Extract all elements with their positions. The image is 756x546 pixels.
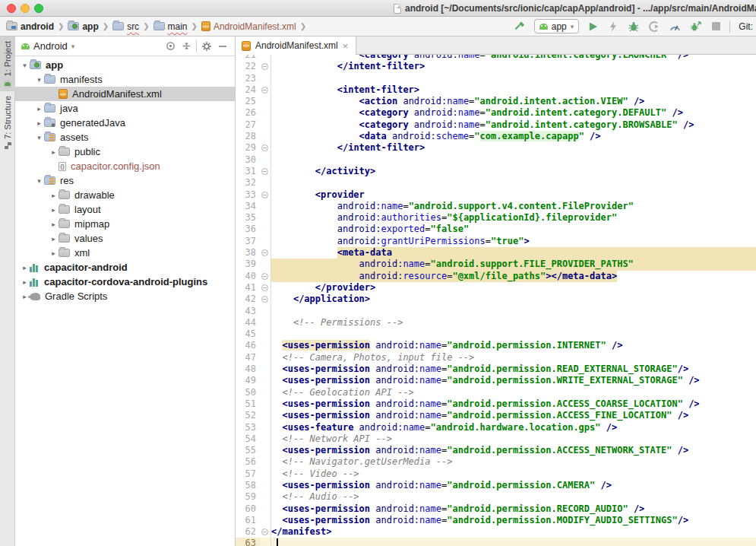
- code-line[interactable]: 61 <uses-permission android:name="androi…: [236, 515, 756, 526]
- code-line[interactable]: 41– </provider>: [236, 282, 756, 294]
- code-text[interactable]: <!-- Network API -->: [271, 433, 756, 445]
- code-line[interactable]: 53 <uses-feature android:name="android.h…: [236, 422, 756, 433]
- breadcrumb-item-app[interactable]: app: [66, 21, 100, 33]
- code-line[interactable]: 49 <uses-permission android:name="androi…: [236, 375, 756, 386]
- code-line[interactable]: 59 <!-- Audio -->: [236, 491, 756, 503]
- code-line[interactable]: 40– android:resource="@xml/file_paths"><…: [236, 271, 756, 282]
- code-line[interactable]: 33– <provider: [236, 189, 756, 201]
- code-line[interactable]: 44 <!-- Permissions -->: [236, 317, 756, 329]
- code-text[interactable]: <uses-permission android:name="android.p…: [271, 363, 756, 375]
- tree-item-values[interactable]: ▸values: [15, 231, 235, 246]
- tree-item-androidmanifest-xml[interactable]: AndroidManifest.xml: [15, 87, 235, 101]
- breadcrumb-item-main[interactable]: main: [152, 21, 189, 33]
- code-line[interactable]: 60 <uses-permission android:name="androi…: [236, 503, 756, 515]
- code-line[interactable]: 52 <uses-permission android:name="androi…: [236, 410, 756, 421]
- tree-item-res[interactable]: ▾res: [15, 173, 235, 188]
- tree-item-mipmap[interactable]: ▸mipmap: [15, 217, 235, 231]
- tree-expand-arrow-icon[interactable]: ▸: [34, 119, 44, 127]
- fold-marker-icon[interactable]: –: [261, 168, 268, 175]
- code-text[interactable]: android:authorities="${applicationId}.fi…: [271, 212, 756, 224]
- code-text[interactable]: <uses-permission android:name="android.p…: [271, 480, 756, 491]
- tree-expand-arrow-icon[interactable]: ▾: [34, 76, 44, 84]
- code-line[interactable]: 35 android:authorities="${applicationId}…: [236, 212, 756, 224]
- code-text[interactable]: [271, 154, 756, 166]
- code-line[interactable]: 26 <category android:name="android.inten…: [236, 107, 756, 119]
- code-line[interactable]: 32: [236, 177, 756, 189]
- code-text[interactable]: </manifest>: [271, 526, 756, 538]
- close-window-button[interactable]: [7, 4, 16, 13]
- code-text[interactable]: <uses-permission android:name="android.p…: [271, 503, 756, 515]
- code-text[interactable]: </activity>: [271, 166, 756, 177]
- code-text[interactable]: [271, 73, 756, 84]
- fold-marker-icon[interactable]: –: [261, 296, 268, 303]
- code-text[interactable]: <!-- Navigator.getUserMedia -->: [271, 456, 756, 468]
- chevron-down-icon[interactable]: ▾: [71, 43, 75, 50]
- tree-item-manifests[interactable]: ▾manifests: [15, 72, 235, 87]
- tree-item-public[interactable]: ▸public: [15, 144, 235, 159]
- code-line[interactable]: 50 <!-- Geolocation API -->: [236, 387, 756, 398]
- tool-window-button-7-structure[interactable]: 7: Structure: [0, 91, 15, 152]
- code-text[interactable]: <data android:scheme="com.example.capapp…: [271, 131, 756, 142]
- tree-expand-arrow-icon[interactable]: ▸: [49, 192, 59, 199]
- code-line[interactable]: 57 <!-- Video -->: [236, 468, 756, 480]
- code-line[interactable]: 55 <uses-permission android:name="androi…: [236, 445, 756, 456]
- code-line[interactable]: 58 <uses-permission android:name="androi…: [236, 480, 756, 491]
- code-text[interactable]: <intent-filter>: [271, 84, 756, 96]
- code-line[interactable]: 63: [236, 538, 756, 546]
- run-with-coverage-button[interactable]: [647, 20, 661, 33]
- tool-window-button-1-project[interactable]: 1: Project: [0, 37, 15, 91]
- tree-item-generatedjava[interactable]: ▸generatedJava: [15, 116, 235, 130]
- minimize-window-button[interactable]: [21, 4, 30, 13]
- code-text[interactable]: [271, 306, 756, 317]
- tree-expand-arrow-icon[interactable]: ▸: [20, 264, 30, 271]
- code-text[interactable]: <category android:name="android.intent.c…: [271, 119, 756, 131]
- tree-expand-arrow-icon[interactable]: ▸: [49, 249, 59, 257]
- tree-item-layout[interactable]: ▸layout: [15, 202, 235, 217]
- code-line[interactable]: 37 android:grantUriPermissions="true">: [236, 236, 756, 247]
- code-line[interactable]: 25 <action android:name="android.intent.…: [236, 96, 756, 107]
- code-line[interactable]: 54 <!-- Network API -->: [236, 433, 756, 445]
- code-text[interactable]: android:name="android.support.v4.content…: [271, 201, 756, 212]
- code-text[interactable]: [271, 177, 756, 189]
- code-text[interactable]: <uses-permission android:name="android.p…: [271, 410, 756, 421]
- fold-marker-icon[interactable]: –: [261, 144, 268, 151]
- code-text[interactable]: <uses-permission android:name="android.p…: [271, 515, 756, 526]
- breadcrumb-item-android[interactable]: android: [5, 21, 55, 33]
- code-line[interactable]: 27 <category android:name="android.inten…: [236, 119, 756, 131]
- code-text[interactable]: <uses-permission android:name="android.p…: [271, 398, 756, 410]
- breadcrumb-item-androidmanifest-xml[interactable]: AndroidManifest.xml: [200, 21, 298, 33]
- code-line[interactable]: 22– </intent-filter>: [236, 61, 756, 72]
- fold-marker-icon[interactable]: –: [261, 529, 268, 535]
- tree-item-drawable[interactable]: ▸drawable: [15, 188, 235, 202]
- fold-marker-icon[interactable]: –: [261, 273, 268, 280]
- fold-marker-icon[interactable]: –: [261, 192, 268, 198]
- stop-button[interactable]: [709, 20, 723, 33]
- tree-expand-arrow-icon[interactable]: ▸: [34, 105, 44, 113]
- code-text[interactable]: </intent-filter>: [271, 61, 756, 72]
- code-text[interactable]: <provider: [271, 189, 756, 201]
- code-text[interactable]: <category android:name="android.intent.c…: [271, 55, 756, 61]
- code-line[interactable]: 38– <meta-data: [236, 247, 756, 259]
- code-text[interactable]: <uses-permission android:name="android.p…: [271, 445, 756, 456]
- fold-marker-icon[interactable]: –: [261, 284, 268, 291]
- code-text[interactable]: <!-- Geolocation API -->: [271, 387, 756, 398]
- close-tab-icon[interactable]: ×: [343, 41, 349, 51]
- fold-marker-icon[interactable]: –: [261, 63, 268, 70]
- tree-item-capacitor-android[interactable]: ▸capacitor-android: [15, 260, 235, 275]
- run-button[interactable]: [586, 20, 599, 33]
- profiler-button[interactable]: [668, 20, 682, 33]
- tree-item-app[interactable]: ▾app: [15, 58, 235, 72]
- tree-item-assets[interactable]: ▾assets: [15, 130, 235, 144]
- code-text[interactable]: [271, 329, 756, 340]
- attach-debugger-button[interactable]: [688, 20, 702, 33]
- collapse-all-button[interactable]: [180, 40, 192, 52]
- code-line[interactable]: 39 android:name="android.support.FILE_PR…: [236, 259, 756, 270]
- code-text[interactable]: <!-- Video -->: [271, 468, 756, 480]
- tree-expand-arrow-icon[interactable]: ▾: [34, 134, 44, 141]
- code-line[interactable]: 34 android:name="android.support.v4.cont…: [236, 201, 756, 212]
- code-text[interactable]: android:exported="false": [271, 224, 756, 235]
- code-line[interactable]: 46 <uses-permission android:name="androi…: [236, 340, 756, 351]
- code-line[interactable]: 56 <!-- Navigator.getUserMedia -->: [236, 456, 756, 468]
- code-line[interactable]: 45: [236, 329, 756, 340]
- fold-marker-icon[interactable]: –: [261, 249, 268, 256]
